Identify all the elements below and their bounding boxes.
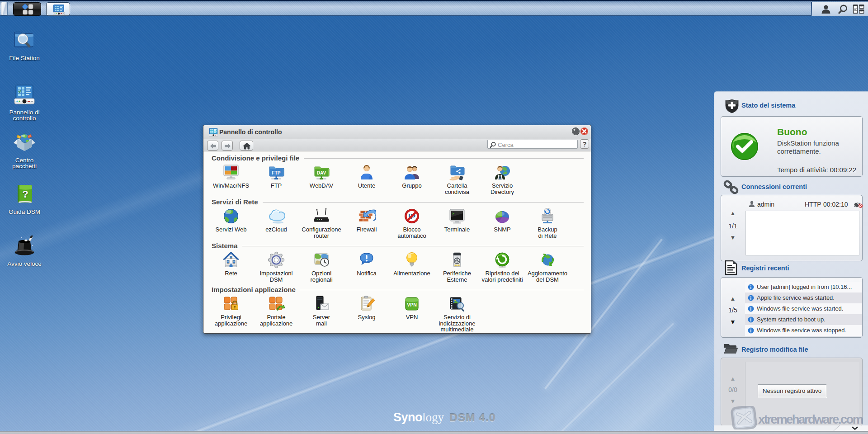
svg-text:>_: >_ (452, 212, 457, 216)
svg-text:FTP: FTP (272, 170, 281, 175)
svg-text:xtremehardware.com: xtremehardware.com (758, 412, 863, 426)
svg-text:DAV: DAV (317, 170, 326, 175)
svg-text:VPN: VPN (407, 302, 417, 307)
svg-text:?: ? (22, 189, 28, 200)
